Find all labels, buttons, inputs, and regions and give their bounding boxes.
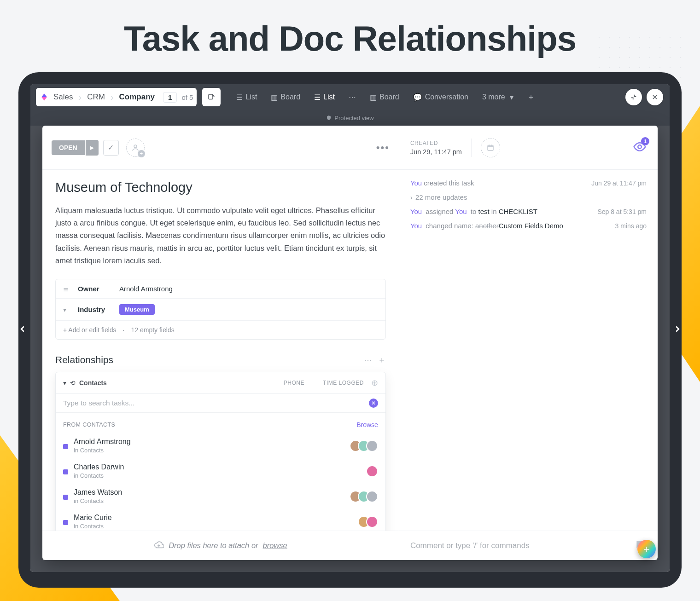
field-label: Industry: [78, 306, 119, 313]
dropzone-text: Drop files here to attach or: [169, 541, 258, 550]
status-square-icon: [63, 520, 68, 525]
contact-name: Marie Curie: [74, 514, 112, 522]
clear-search-icon[interactable]: ✕: [369, 399, 378, 408]
empty-fields-count[interactable]: 12 empty fields: [131, 326, 174, 334]
contact-name: James Watson: [74, 488, 122, 497]
activity-item: You assigned You to test in CHECKLIST Se…: [410, 208, 647, 215]
add-view-button[interactable]: ＋: [522, 90, 540, 105]
svg-point-3: [638, 145, 642, 149]
device-frame: Sales › CRM › Company 1 of 5 ☰List ▥Boar…: [18, 72, 682, 588]
contact-avatars: [358, 516, 378, 528]
relationships-card: ▾ ⟲ Contacts PHONE TIME LOGGED ⊕ ✕: [55, 372, 386, 531]
open-in-new-icon[interactable]: [202, 88, 221, 106]
contact-name: Charles Darwin: [74, 463, 124, 471]
browse-link[interactable]: Browse: [356, 421, 378, 428]
contact-avatars: [350, 440, 378, 452]
contact-location: in Contacts: [74, 447, 131, 454]
add-assignee-button[interactable]: [126, 139, 145, 157]
column-phone: PHONE: [284, 380, 304, 386]
view-tab-list-active[interactable]: ☰List: [309, 90, 340, 105]
field-value-tag[interactable]: Museum: [119, 304, 155, 315]
field-row-owner[interactable]: ≣ Owner Arnold Armstrong: [56, 279, 385, 299]
expand-updates-link[interactable]: › 22 more updates: [410, 193, 647, 201]
activity-time: Sep 8 at 5:31 pm: [590, 208, 647, 215]
close-button[interactable]: [647, 89, 663, 105]
created-label: CREATED: [410, 140, 462, 146]
status-next-button[interactable]: ▸: [86, 140, 99, 156]
collapse-icon[interactable]: ▾: [63, 379, 66, 387]
comment-bar: [399, 531, 658, 560]
view-tab-conversation[interactable]: 💬Conversation: [408, 90, 474, 105]
field-row-industry[interactable]: ▾ Industry Museum: [56, 299, 385, 321]
activity-item: You changed name: anotherCustom Fields D…: [410, 222, 647, 230]
svg-point-1: [134, 145, 137, 148]
view-tab-board[interactable]: ▥Board: [265, 90, 306, 105]
contact-result-row[interactable]: James Watsonin Contacts: [56, 484, 385, 509]
relationships-more-icon[interactable]: ⋯: [364, 355, 372, 365]
add-edit-fields-link[interactable]: + Add or edit fields: [63, 326, 117, 334]
contact-avatars: [366, 465, 378, 477]
contact-result-row[interactable]: Arnold Armstrongin Contacts: [56, 433, 385, 458]
minimize-button[interactable]: [625, 89, 642, 105]
relationships-add-icon[interactable]: ＋: [378, 354, 386, 365]
record-index: 1: [163, 92, 177, 103]
avatar: [366, 516, 378, 528]
avatar: [366, 491, 378, 503]
breadcrumb[interactable]: Sales › CRM › Company 1 of 5: [36, 88, 197, 106]
prev-task-chevron[interactable]: [18, 323, 28, 337]
breadcrumb-item[interactable]: Sales: [51, 92, 76, 102]
chevron-right-icon: ›: [110, 92, 115, 103]
attachments-dropzone[interactable]: Drop files here to attach or browse: [42, 531, 399, 560]
status-button[interactable]: OPEN: [52, 140, 85, 155]
view-tab-more-count[interactable]: 3 more▾: [477, 90, 519, 105]
dropdown-field-icon: ▾: [63, 306, 73, 313]
contact-location: in Contacts: [74, 523, 112, 530]
text-field-icon: ≣: [63, 285, 73, 293]
avatar: [366, 440, 378, 452]
set-due-date-button[interactable]: [481, 138, 500, 157]
field-value[interactable]: Arnold Armstrong: [119, 285, 173, 293]
view-tab-board-2[interactable]: ▥Board: [364, 90, 405, 105]
status-square-icon: [63, 444, 68, 449]
breadcrumb-item-current[interactable]: Company: [117, 92, 158, 102]
top-bar: Sales › CRM › Company 1 of 5 ☰List ▥Boar…: [30, 84, 670, 110]
dropzone-browse-link[interactable]: browse: [263, 541, 287, 550]
column-time-logged: TIME LOGGED: [323, 380, 364, 386]
view-tab-more-icon[interactable]: ⋯: [343, 90, 362, 105]
task-more-menu[interactable]: •••: [376, 142, 390, 154]
page-heading: Task and Doc Relationships: [0, 0, 700, 72]
next-task-chevron[interactable]: [672, 323, 682, 337]
add-column-icon[interactable]: ⊕: [371, 378, 378, 388]
activity-time: Jun 29 at 11:47 pm: [584, 179, 647, 187]
status-square-icon: [63, 469, 68, 474]
status-square-icon: [63, 495, 68, 500]
relationships-heading: Relationships: [55, 354, 113, 365]
contact-avatars: [350, 491, 378, 503]
app-logo-icon: [40, 92, 49, 102]
chevron-right-icon: ›: [78, 92, 83, 103]
task-modal: OPEN ▸ ✓ ••• Museum of Technology Aliqua…: [42, 126, 658, 560]
task-title[interactable]: Museum of Technology: [55, 180, 386, 195]
svg-rect-0: [209, 94, 213, 99]
view-tab-list[interactable]: ☰List: [231, 90, 262, 105]
comment-input[interactable]: [410, 541, 628, 550]
activity-feed: You created this task Jun 29 at 11:47 pm…: [399, 170, 658, 531]
watchers-button[interactable]: 1: [633, 140, 647, 156]
breadcrumb-item[interactable]: CRM: [84, 92, 108, 102]
link-icon: ⟲: [70, 379, 76, 387]
relationship-list-name[interactable]: Contacts: [79, 379, 107, 387]
task-meta-row: CREATED Jun 29, 11:47 pm 1: [399, 126, 658, 170]
view-tabs: ☰List ▥Board ☰List ⋯ ▥Board 💬Conversatio…: [231, 90, 540, 105]
custom-fields-card: ≣ Owner Arnold Armstrong ▾ Industry Muse…: [55, 279, 386, 340]
contact-location: in Contacts: [74, 497, 122, 504]
relationship-search-input[interactable]: [63, 399, 369, 407]
contact-result-row[interactable]: Marie Curiein Contacts: [56, 509, 385, 531]
mark-complete-button[interactable]: ✓: [103, 140, 119, 156]
avatar: [366, 465, 378, 477]
protected-view-banner: Protected view: [30, 110, 670, 126]
contact-result-row[interactable]: Charles Darwinin Contacts: [56, 458, 385, 484]
svg-rect-2: [488, 145, 493, 150]
cloud-upload-icon: [154, 540, 164, 552]
task-description[interactable]: Aliquam malesuada luctus tristique. Ut c…: [55, 204, 386, 267]
quick-create-fab[interactable]: ＋: [637, 540, 656, 558]
